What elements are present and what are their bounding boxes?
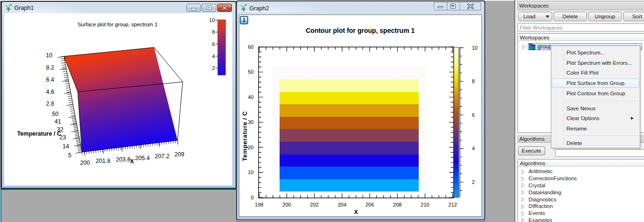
svg-text:202: 202	[310, 202, 318, 207]
svg-text:198: 198	[255, 202, 263, 207]
svg-text:204: 204	[338, 202, 346, 207]
svg-text:60: 60	[248, 44, 253, 50]
svg-text:Temperature / C: Temperature / C	[241, 111, 248, 161]
svg-text:6: 6	[472, 112, 475, 118]
svg-text:50: 50	[248, 69, 253, 75]
svg-text:212: 212	[448, 202, 457, 207]
svg-text:10: 10	[248, 169, 253, 175]
svg-text:Contour plot for group, spectr: Contour plot for group, spectrum 1	[306, 27, 415, 34]
svg-text:X: X	[354, 208, 358, 215]
svg-text:10: 10	[472, 45, 478, 51]
svg-text:2: 2	[472, 179, 475, 185]
svg-text:210: 210	[421, 202, 429, 207]
svg-text:200: 200	[282, 202, 291, 207]
svg-text:20: 20	[248, 145, 253, 150]
svg-text:30: 30	[248, 119, 253, 125]
svg-text:0: 0	[251, 195, 253, 200]
svg-text:208: 208	[393, 202, 401, 207]
svg-text:206: 206	[365, 202, 374, 207]
svg-text:40: 40	[248, 94, 253, 100]
svg-text:4: 4	[472, 145, 475, 151]
svg-text:8: 8	[472, 78, 475, 84]
